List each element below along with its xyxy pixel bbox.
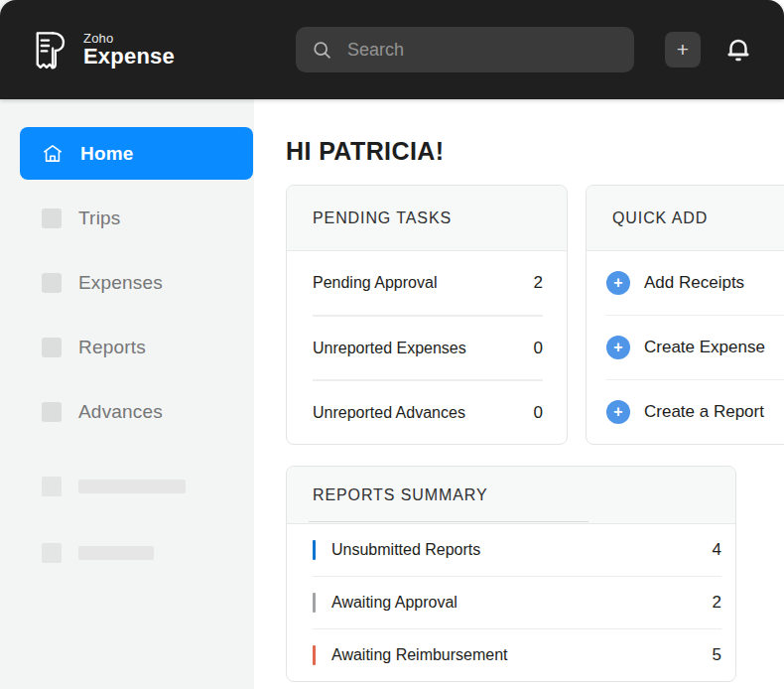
report-status-count: 5: [713, 645, 721, 665]
sidebar-item-label: Reports: [78, 337, 146, 358]
quick-add-row[interactable]: Create a Report: [606, 379, 784, 444]
status-color-bar: [313, 540, 316, 560]
skeleton-bar: [78, 480, 186, 493]
card-title: QUICK ADD: [612, 209, 708, 227]
reports-summary-header: REPORTS SUMMARY: [287, 467, 735, 524]
skeleton-bar: [78, 546, 154, 560]
placeholder-icon: [42, 338, 62, 357]
plus-circle-icon: [606, 336, 630, 359]
report-status-label: Unsubmitted Reports: [331, 541, 480, 559]
notifications-button[interactable]: [723, 34, 755, 66]
receipt-logo-icon: [26, 27, 72, 73]
sidebar-item-label: Expenses: [78, 272, 163, 294]
quick-add-header: QUICK ADD: [587, 186, 784, 251]
sidebar-item-label: Home: [80, 143, 134, 165]
placeholder-icon: [42, 273, 62, 293]
skeleton-icon: [42, 543, 62, 563]
report-summary-row[interactable]: Awaiting Reimbursement 5: [313, 628, 721, 681]
task-count: 2: [534, 273, 543, 293]
pending-task-row[interactable]: Unreported Expenses 0: [313, 315, 543, 379]
sidebar-nav: Home Trips Expenses Reports Advances: [0, 99, 254, 689]
quick-add-label: Create Expense: [644, 338, 765, 357]
placeholder-icon: [42, 402, 62, 422]
status-color-bar: [313, 593, 316, 613]
quick-add-list: Add Receipts Create Expense: [587, 251, 784, 444]
topbar: Zoho Expense +: [0, 0, 784, 99]
pending-task-row[interactable]: Pending Approval 2: [313, 251, 543, 315]
pending-tasks-card: PENDING TASKS Pending Approval 2: [286, 185, 568, 445]
pending-task-row[interactable]: Unreported Advances 0: [313, 379, 543, 444]
sidebar-skeleton-item: [42, 543, 254, 563]
app-window: Zoho Expense +: [0, 0, 784, 689]
sidebar-item-label: Trips: [78, 207, 121, 229]
report-summary-row[interactable]: Unsubmitted Reports 4: [313, 524, 721, 576]
brand-text: Zoho Expense: [83, 32, 175, 69]
reports-summary-list: Unsubmitted Reports 4 Awaiting Approval …: [287, 524, 735, 681]
quick-add-row[interactable]: Add Receipts: [606, 251, 784, 315]
task-count: 0: [534, 339, 543, 358]
bell-icon: [723, 35, 753, 65]
sidebar-item-home[interactable]: Home: [20, 127, 253, 180]
sidebar-item-expenses[interactable]: Expenses: [20, 256, 253, 309]
plus-circle-icon: [606, 400, 630, 424]
main-content: HI PATRICIA! PENDING TASKS Pending Appro…: [254, 99, 784, 689]
content-row: Home Trips Expenses Reports Advances: [0, 99, 784, 689]
report-summary-row[interactable]: Awaiting Approval 2: [313, 576, 721, 628]
placeholder-icon: [42, 208, 62, 228]
brand-expense: Expense: [83, 45, 175, 68]
sidebar-skeleton-item: [42, 477, 254, 496]
sidebar-item-label: Advances: [78, 401, 163, 423]
reports-summary-card: REPORTS SUMMARY Unsubmitted Reports 4: [286, 466, 736, 682]
report-status-count: 4: [713, 540, 721, 560]
quick-add-label: Add Receipts: [644, 273, 744, 293]
sidebar-item-reports[interactable]: Reports: [20, 321, 253, 373]
plus-icon: +: [677, 38, 689, 61]
report-status-count: 2: [713, 593, 721, 613]
search-icon: [312, 40, 332, 61]
status-color-bar: [313, 645, 316, 665]
report-status-label: Awaiting Reimbursement: [331, 646, 508, 664]
sidebar-item-trips[interactable]: Trips: [20, 192, 253, 244]
greeting-heading: HI PATRICIA!: [286, 137, 784, 166]
sidebar-item-advances[interactable]: Advances: [20, 385, 253, 438]
search-input[interactable]: [347, 40, 618, 61]
pending-tasks-header: PENDING TASKS: [287, 186, 567, 251]
task-label: Unreported Advances: [313, 404, 465, 422]
card-title: PENDING TASKS: [313, 209, 452, 227]
skeleton-icon: [42, 477, 62, 496]
plus-circle-icon: [606, 271, 630, 295]
sidebar-skeleton-group: [0, 477, 254, 563]
quick-add-card: QUICK ADD Add Receipts: [586, 185, 784, 445]
quick-create-button[interactable]: +: [665, 32, 701, 68]
home-icon: [42, 143, 64, 165]
report-status-label: Awaiting Approval: [331, 594, 457, 612]
task-label: Pending Approval: [313, 274, 437, 292]
brand-zoho: Zoho: [83, 32, 175, 46]
task-label: Unreported Expenses: [313, 340, 466, 357]
quick-add-label: Create a Report: [644, 402, 764, 422]
pending-tasks-list: Pending Approval 2 Unreported Expenses 0: [287, 251, 567, 444]
card-title: REPORTS SUMMARY: [313, 486, 488, 504]
task-count: 0: [534, 403, 543, 423]
cards-row: PENDING TASKS Pending Approval 2: [286, 185, 784, 445]
quick-add-row[interactable]: Create Expense: [606, 315, 784, 379]
search-box[interactable]: [296, 27, 634, 72]
zoho-expense-logo[interactable]: Zoho Expense: [26, 27, 175, 73]
